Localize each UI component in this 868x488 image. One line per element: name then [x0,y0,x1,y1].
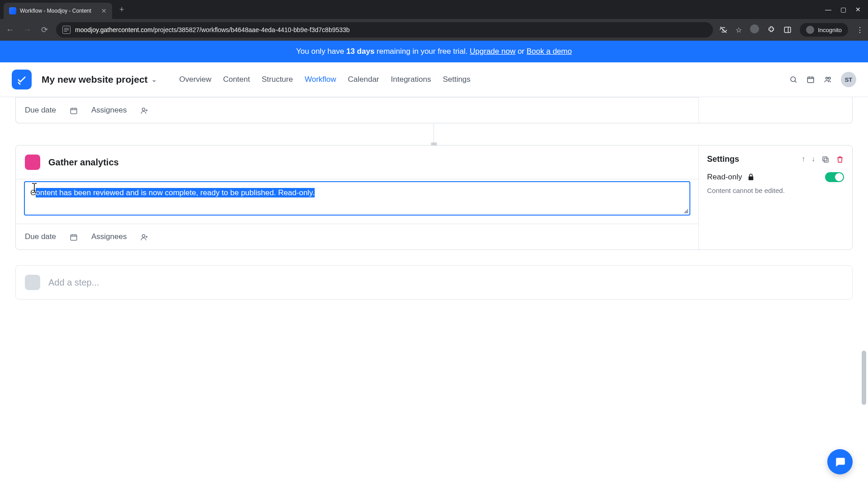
lock-icon [747,173,755,182]
scrollbar[interactable] [861,145,867,488]
step-color-chip[interactable] [25,155,40,170]
drag-handle-icon[interactable]: ═ [431,139,437,149]
calendar-picker-icon[interactable] [70,106,78,115]
sidepanel-icon[interactable] [783,26,792,34]
search-icon[interactable] [789,75,797,84]
people-icon[interactable] [824,75,832,84]
add-step-button[interactable]: Add a step... [15,265,853,300]
minimize-icon[interactable]: — [825,6,831,13]
workflow-step-prev: Due date Assignees [15,97,853,123]
tab-close-icon[interactable]: ✕ [101,7,107,14]
step-description-input[interactable]: Content has been reviewed and is now com… [24,181,690,216]
browser-tab[interactable]: Workflow - Moodjoy - Content ✕ [4,3,112,19]
svg-point-3 [826,77,828,80]
settings-heading: Settings [707,155,739,164]
add-assignee-icon[interactable] [140,106,148,115]
site-info-icon[interactable] [62,26,71,34]
readonly-label: Read-only [707,173,742,182]
address-bar[interactable]: moodjoy.gathercontent.com/projects/38582… [56,22,713,38]
nav-structure[interactable]: Structure [262,75,293,84]
svg-point-4 [829,77,831,80]
svg-point-6 [142,108,145,111]
url-text: moodjoy.gathercontent.com/projects/38582… [75,26,350,33]
readonly-toggle[interactable] [825,172,844,182]
project-picker[interactable]: My new website project ⌄ [42,74,157,85]
chevron-down-icon: ⌄ [151,76,157,83]
close-window-icon[interactable]: ✕ [855,6,861,13]
profile-icon[interactable] [750,24,759,35]
avatar[interactable]: ST [841,72,856,87]
app-logo[interactable] [12,70,32,89]
calendar-icon[interactable] [807,75,815,84]
step-color-placeholder [25,275,40,290]
svg-point-1 [791,77,796,82]
add-assignee-icon[interactable] [140,232,148,241]
trial-banner: You only have 13 days remaining in your … [0,41,868,62]
assignees-label: Assignees [91,232,127,241]
eye-off-icon[interactable] [719,26,727,34]
svg-rect-0 [784,27,791,33]
favicon [9,7,16,14]
svg-rect-9 [824,158,828,162]
kebab-menu-icon[interactable]: ⋮ [856,26,863,34]
svg-rect-2 [807,77,814,83]
nav-integrations[interactable]: Integrations [391,75,431,84]
due-date-label: Due date [25,106,56,115]
back-button[interactable]: ← [5,25,15,35]
maximize-icon[interactable]: ▢ [840,6,846,13]
nav-content[interactable]: Content [223,75,250,84]
book-demo-link[interactable]: Book a demo [527,47,572,56]
tab-title: Workflow - Moodjoy - Content [20,8,98,14]
assignees-label: Assignees [91,106,127,115]
nav-calendar[interactable]: Calendar [348,75,379,84]
workflow-step: ═ Gather analytics Content has been revi… [15,145,853,250]
bookmark-star-icon[interactable]: ☆ [736,26,742,34]
readonly-hint: Content cannot be edited. [699,184,852,202]
forward-button[interactable]: → [22,25,33,35]
extensions-icon[interactable] [767,26,775,34]
duplicate-icon[interactable] [821,155,830,164]
nav-workflow[interactable]: Workflow [305,75,336,84]
svg-rect-10 [823,157,827,161]
reload-button[interactable]: ⟳ [39,25,50,35]
svg-rect-5 [71,108,77,113]
new-tab-button[interactable]: + [116,3,128,16]
chat-fab[interactable] [827,449,853,474]
incognito-chip[interactable]: Incognito [800,23,848,37]
upgrade-link[interactable]: Upgrade now [470,47,515,56]
move-down-icon[interactable]: ↓ [811,155,815,164]
svg-rect-7 [71,235,77,240]
svg-point-8 [142,235,145,237]
incognito-icon [806,26,814,34]
delete-icon[interactable] [836,155,844,164]
nav-settings[interactable]: Settings [443,75,470,84]
due-date-label: Due date [25,232,56,241]
calendar-picker-icon[interactable] [70,232,78,241]
nav-overview[interactable]: Overview [179,75,212,84]
move-up-icon[interactable]: ↑ [802,155,805,164]
step-title[interactable]: Gather analytics [48,157,119,168]
